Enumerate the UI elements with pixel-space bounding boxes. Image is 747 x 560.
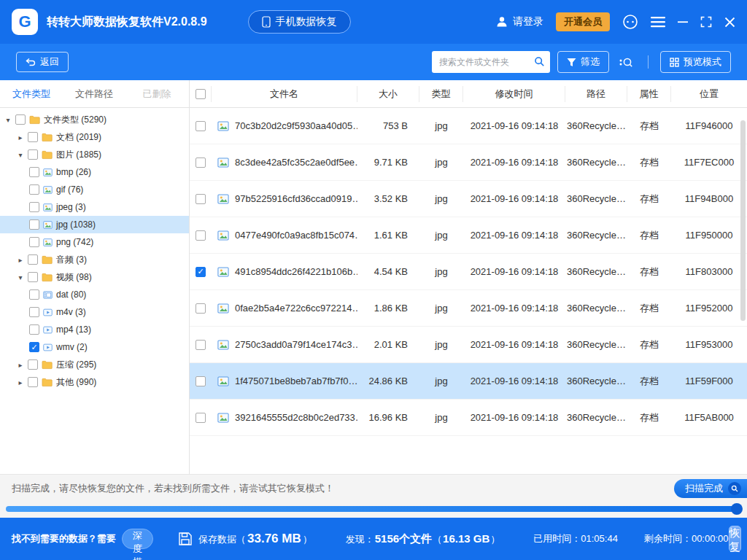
table-row[interactable]: 97b5225916cfd36ccad0919…3.52 KBjpg2021-0… [190,181,747,217]
collapse-icon[interactable]: ▾ [17,273,24,281]
login-link[interactable]: 请登录 [495,15,543,28]
tab-deleted[interactable]: 已删除 [125,88,188,101]
checkbox[interactable] [196,121,206,131]
table-row[interactable]: 2750c3add0a79f14ce174c3…2.01 KBjpg2021-0… [190,327,747,363]
checkbox[interactable] [29,202,39,212]
scan-complete-label: 扫描完成 [685,482,723,495]
phone-recovery-button[interactable]: 手机数据恢复 [248,10,351,34]
tree-item-label: m4v (3) [56,307,86,317]
tree-item[interactable]: mp4 (13) [0,321,189,338]
tree-item[interactable]: jpeg (3) [0,198,189,216]
table-row[interactable]: 1f475071be8beb7ab7fb7f0…24.86 KBjpg2021-… [190,363,747,400]
tree-item[interactable]: ▸音频 (3) [0,251,189,268]
scan-badge-magnifier-icon [728,482,741,495]
tree-item[interactable]: ▾文件类型 (5290) [0,111,189,128]
close-icon[interactable] [724,17,735,28]
column-header[interactable]: 路径 [565,86,627,102]
tree-item[interactable]: gif (76) [0,181,189,198]
checkbox[interactable] [28,132,38,142]
tree-item[interactable]: png (742) [0,233,189,251]
menu-icon[interactable] [651,16,665,28]
column-header[interactable]: 大小 [357,86,419,102]
minimize-icon[interactable] [678,17,688,27]
id-search-button[interactable] [616,56,636,69]
preview-mode-button[interactable]: 预览模式 [660,51,731,73]
checkbox[interactable]: ✓ [196,267,206,277]
checkbox[interactable] [196,230,206,241]
column-header[interactable]: 文件名 [212,86,357,102]
customer-service-icon[interactable] [622,14,638,30]
checkbox[interactable] [196,340,206,350]
vip-button[interactable]: 开通会员 [556,12,610,31]
checkbox[interactable] [196,194,206,204]
tree-item[interactable]: dat (80) [0,286,189,303]
checkbox[interactable] [196,89,206,99]
search-input[interactable] [432,51,550,73]
file-type: jpg [419,157,463,168]
image-file-icon [217,157,229,168]
checkbox[interactable] [29,307,39,317]
table-row[interactable]: 3921645555d2c8b0c2ed733…16.96 KBjpg2021-… [190,400,747,436]
checkbox[interactable] [29,324,39,335]
collapse-icon[interactable]: ▾ [4,116,12,124]
maximize-icon[interactable] [700,16,712,28]
checkbox[interactable] [29,219,39,230]
column-header[interactable]: 修改时间 [463,86,565,102]
tree-item-label: bmp (26) [56,167,91,177]
checkbox[interactable] [29,289,39,300]
table-row[interactable]: 0477e490fc0a9ac8fb15c074…1.61 KBjpg2021-… [190,217,747,254]
collapse-icon[interactable]: ▾ [17,151,24,159]
checkbox[interactable]: ✓ [29,342,39,352]
scrollbar[interactable] [740,120,746,321]
filter-button[interactable]: 筛选 [557,51,609,73]
checkbox[interactable] [15,114,26,125]
tree-item[interactable]: ▸压缩 (295) [0,356,189,373]
search-icon[interactable] [534,56,545,67]
progress-knob[interactable] [731,503,743,515]
checkbox[interactable] [28,149,38,160]
checkbox[interactable] [28,272,38,282]
tab-file-path[interactable]: 文件路径 [63,88,125,101]
checkbox[interactable] [29,237,39,247]
checkbox[interactable] [28,359,38,370]
tree-item[interactable]: ▸文档 (2019) [0,128,189,146]
bottom-bar: 找不到需要的数据？需要 深度模式 保存数据（33.76 MB） 发现：5156个… [0,518,747,560]
tree-item[interactable]: ▾图片 (1885) [0,146,189,163]
column-header[interactable]: 位置 [671,86,747,102]
file-path: 360Recycle… [565,376,627,386]
checkbox[interactable] [196,413,206,423]
image-file-icon [217,339,229,351]
checkbox[interactable] [196,376,206,386]
tab-file-type[interactable]: 文件类型 [0,88,63,101]
tree-item[interactable]: jpg (1038) [0,216,189,233]
expand-icon[interactable]: ▸ [17,133,24,141]
column-header[interactable]: 属性 [627,86,671,102]
checkbox[interactable] [28,377,38,387]
checkbox[interactable] [196,158,206,168]
tree-item[interactable]: ▾视频 (98) [0,268,189,286]
tree-item[interactable]: m4v (3) [0,303,189,321]
file-location: 11F953000 [671,339,747,350]
checkbox[interactable] [29,167,39,177]
tree-item[interactable]: ▸其他 (990) [0,373,189,391]
tree-item[interactable]: bmp (26) [0,163,189,181]
table-row[interactable]: 70c3b20d2c9f5930aa40d05…753 Bjpg2021-09-… [190,108,747,144]
expand-icon[interactable]: ▸ [17,361,24,369]
phone-icon [262,16,271,28]
column-header[interactable]: 类型 [419,86,463,102]
expand-icon[interactable]: ▸ [17,256,24,264]
checkbox[interactable] [29,184,39,195]
table-row[interactable]: 8c3dee42a5fc35c2ae0df5ee…9.71 KBjpg2021-… [190,144,747,181]
found-paren-close: ） [490,534,500,545]
file-path: 360Recycle… [565,303,627,314]
checkbox[interactable] [196,303,206,314]
recover-button[interactable]: 恢复 [729,526,741,552]
table-row[interactable]: 0fae2b5a4e722c6cc972214…1.86 KBjpg2021-0… [190,290,747,327]
checkbox[interactable] [28,254,38,265]
deep-mode-button[interactable]: 深度模式 [122,529,153,549]
file-modified-time: 2021-09-16 09:14:18 [463,120,565,131]
tree-item[interactable]: ✓wmv (2) [0,338,189,356]
expand-icon[interactable]: ▸ [17,378,24,386]
table-row[interactable]: ✓491c8954ddc26f4221b106b…4.54 KBjpg2021-… [190,254,747,290]
back-button[interactable]: 返回 [16,52,69,72]
